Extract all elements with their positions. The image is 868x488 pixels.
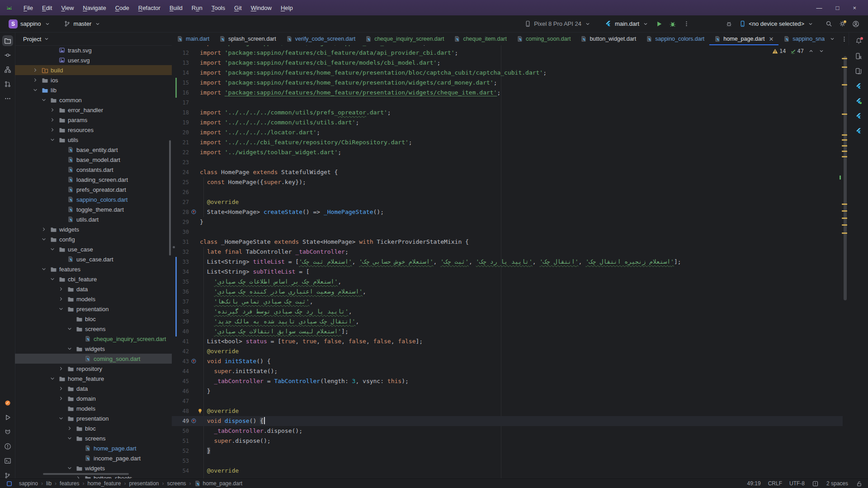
code-line-17[interactable]: 17 [172, 98, 843, 108]
more-actions-button[interactable] [679, 18, 693, 30]
tree-item-utils-dart[interactable]: utils.dart [15, 214, 172, 224]
tree-item-widgets[interactable]: widgets [15, 344, 172, 354]
chevron-expanded-icon[interactable] [40, 97, 47, 103]
tree-item-presentation[interactable]: presentation [15, 304, 172, 314]
line-number[interactable]: 42 [172, 346, 189, 356]
line-separator[interactable]: CRLF [768, 480, 782, 487]
code-line-18[interactable]: 18import '../../../../common/utils/prefs… [172, 108, 843, 118]
menu-build[interactable]: Build [165, 3, 187, 13]
tree-item-income_page-dart[interactable]: income_page.dart [15, 453, 172, 463]
close-icon[interactable]: ✕ [769, 36, 774, 43]
tree-item-cbi_feature[interactable]: cbi_feature [15, 274, 172, 284]
code-line-27[interactable]: 27 @override [172, 197, 843, 207]
tree-item-ios[interactable]: ios [15, 75, 172, 85]
warning-stripe-mark[interactable] [842, 204, 847, 205]
device-status-widget[interactable]: <no device selected> [736, 18, 817, 30]
line-number[interactable]: 33 [172, 257, 189, 267]
tree-item-utils[interactable]: utils [15, 135, 172, 145]
code-line-23[interactable]: 23 [172, 157, 843, 167]
tree-item-trash-svg[interactable]: trash.svg [15, 45, 172, 55]
chevron-expanded-icon[interactable] [66, 346, 73, 352]
stripe-flutter-performance-button[interactable] [853, 110, 864, 121]
tree-item-repository[interactable]: repository [15, 364, 172, 374]
chevron-collapsed-icon[interactable] [57, 365, 65, 372]
inspection-widget[interactable]: 14 47 [772, 48, 825, 54]
code-line-50[interactable]: 50 _tabController.dispose(); [172, 426, 843, 436]
line-number[interactable]: 28 [172, 207, 189, 217]
code-line-54[interactable]: 54 @override [172, 466, 843, 476]
line-number[interactable]: 19 [172, 118, 189, 128]
breadcrumb-item[interactable]: sappino [19, 480, 38, 487]
code-line-24[interactable]: 24class HomePage extends StatefulWidget … [172, 167, 843, 177]
editor-scrollbar[interactable] [844, 56, 847, 300]
chevron-collapsed-icon[interactable] [49, 107, 56, 113]
tree-item-resources[interactable]: resources [15, 125, 172, 135]
code-line-52[interactable]: 52 } [172, 446, 843, 456]
line-number[interactable]: 52 [172, 446, 189, 456]
menu-window[interactable]: Window [246, 3, 276, 13]
stripe-flutter-inspector-button[interactable] [853, 95, 864, 106]
menu-help[interactable]: Help [276, 3, 297, 13]
chevron-expanded-icon[interactable] [32, 87, 39, 93]
stripe-running-devices-button[interactable] [853, 66, 864, 76]
previous-problem-icon[interactable] [808, 48, 814, 54]
chevron-collapsed-icon[interactable] [57, 286, 65, 292]
code-line-45[interactable]: 45 _tabController = TabController(length… [172, 376, 843, 386]
tree-item-bloc[interactable]: bloc [15, 314, 172, 324]
code-line-40[interactable]: 40 'استعلام لیست سوابق انتقالات چک صیادی… [172, 327, 843, 336]
menu-navigate[interactable]: Navigate [78, 3, 110, 13]
overriding-method-icon[interactable] [191, 358, 197, 365]
chevron-expanded-icon[interactable] [57, 415, 65, 422]
warnings-indicator[interactable]: 14 [772, 48, 786, 54]
tab-verify_code_screen-dart[interactable]: verify_code_screen.dart [281, 33, 360, 45]
code-line-41[interactable]: 41 List<bool> status = [true, true, fals… [172, 336, 843, 346]
line-number[interactable]: 12 [172, 48, 189, 58]
chevron-collapsed-icon[interactable] [32, 67, 39, 73]
tree-item-models[interactable]: models [15, 294, 172, 304]
line-number[interactable]: 44 [172, 366, 189, 376]
tree-horizontal-scrollbar[interactable] [43, 473, 129, 475]
chevron-collapsed-icon[interactable] [75, 475, 82, 479]
attach-debugger-button[interactable] [722, 18, 736, 30]
chevron-collapsed-icon[interactable] [32, 77, 39, 83]
code-line-44[interactable]: 44 super.initState(); [172, 366, 843, 376]
menu-run[interactable]: Run [187, 3, 207, 13]
tree-item-data[interactable]: data [15, 284, 172, 294]
code-line-15[interactable]: 15import 'package:sappino/features/home_… [172, 78, 843, 88]
tree-item-sappino_colors-dart[interactable]: sappino_colors.dart [15, 194, 172, 204]
overriding-method-icon[interactable] [191, 418, 197, 424]
tree-item-widgets[interactable]: widgets [15, 224, 172, 234]
tree-item-use_case[interactable]: use_case [15, 244, 172, 254]
tree-item-loading_screen-dart[interactable]: loading_screen.dart [15, 175, 172, 185]
tab-home_page-dart[interactable]: home_page.dart✕ [709, 33, 778, 45]
code-line-43[interactable]: 43 void initState() { [172, 356, 843, 366]
stripe-run-outline-button[interactable] [2, 412, 13, 423]
code-line-22[interactable]: 22import '../widgets/toolbar_widget.dart… [172, 147, 843, 157]
warning-stripe-mark[interactable] [842, 151, 847, 152]
line-number[interactable]: 25 [172, 177, 189, 187]
code-line-35[interactable]: 35 'استعلام چک بر اساس اطلاعات چک صیادی'… [172, 277, 843, 287]
unlock-icon[interactable] [855, 480, 863, 487]
tab-cheque_inquiry_screen-dart[interactable]: cheque_inquiry_screen.dart [360, 33, 449, 45]
line-number[interactable]: 24 [172, 167, 189, 177]
menu-tools[interactable]: Tools [207, 3, 230, 13]
chevron-expanded-icon[interactable] [66, 465, 73, 471]
breadcrumb-item[interactable]: presentation [129, 480, 159, 487]
tree-vertical-scrollbar[interactable] [169, 140, 171, 256]
chevron-expanded-icon[interactable] [40, 236, 47, 242]
warning-stripe-mark[interactable] [842, 145, 847, 147]
code-line-32[interactable]: 32 late final TabController _tabControll… [172, 247, 843, 257]
tree-item-base_entity-dart[interactable]: base_entity.dart [15, 145, 172, 155]
line-number[interactable]: 41 [172, 336, 189, 346]
chevron-collapsed-icon[interactable] [49, 117, 56, 123]
next-problem-icon[interactable] [818, 48, 825, 54]
overriding-method-icon[interactable] [191, 209, 197, 215]
warning-stripe-mark[interactable] [842, 66, 847, 68]
highlighting-level-icon[interactable] [812, 480, 819, 487]
typos-indicator[interactable]: 47 [790, 48, 804, 54]
stripe-flutter-outline-button[interactable] [853, 125, 864, 136]
line-number[interactable]: 26 [172, 187, 189, 197]
close-button[interactable]: × [853, 5, 856, 11]
code-line-30[interactable]: 30 [172, 227, 843, 237]
breadcrumb-item[interactable]: features [60, 480, 79, 487]
